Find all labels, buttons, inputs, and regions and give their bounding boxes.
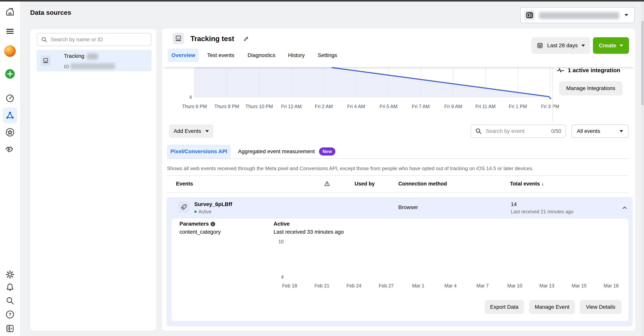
business-avatar[interactable] xyxy=(4,45,16,57)
item-name-redacted xyxy=(87,54,98,60)
x-tick: Thurs 10 PM xyxy=(243,104,276,109)
svg-text:?: ? xyxy=(9,312,11,317)
data-source-list-item[interactable]: Tracking ID xyxy=(36,50,152,72)
add-events-button[interactable]: Add Events xyxy=(169,124,214,138)
x-tick: Mar 13 xyxy=(530,283,563,288)
create-plus-icon[interactable] xyxy=(5,69,15,79)
scrollbar-track[interactable] xyxy=(641,2,644,336)
x-tick: Mar 7 xyxy=(466,283,499,288)
chevron-down-icon xyxy=(620,130,623,132)
x-tick: Feb 21 xyxy=(306,283,338,288)
item-id-redacted xyxy=(70,63,115,69)
help-icon[interactable]: ? xyxy=(5,310,15,319)
handshake-icon[interactable] xyxy=(5,144,15,154)
scrollbar-thumb[interactable] xyxy=(641,21,644,105)
x-tick: Mar 4 xyxy=(434,283,467,288)
manage-event-button[interactable]: Manage Event xyxy=(529,300,575,314)
create-button[interactable]: Create xyxy=(593,37,629,54)
x-tick: Thurs 6 PM xyxy=(178,104,211,109)
chevron-up-icon[interactable] xyxy=(621,204,628,212)
events-manager-screen: ? Data sources Tracking ID xyxy=(0,0,644,336)
inner-chart-ytick-top: 10 xyxy=(270,239,284,244)
search-icon xyxy=(475,128,482,134)
date-range-label: Last 28 days xyxy=(547,42,578,48)
detail-last-received: Last received 33 minutes ago xyxy=(274,229,344,235)
event-status: Active xyxy=(198,209,212,214)
col-used-by[interactable]: Used by xyxy=(354,181,375,187)
integrations-heading-wrap: 1 active integration xyxy=(557,67,634,76)
tab-history[interactable]: History xyxy=(288,48,305,62)
tab-test-events[interactable]: Test events xyxy=(207,48,235,62)
chevron-down-icon xyxy=(582,44,585,47)
create-label: Create xyxy=(599,42,616,49)
new-badge: New xyxy=(319,148,335,156)
tab-pixel-conversions-api[interactable]: Pixel/Conversions API xyxy=(167,144,231,158)
status-dot xyxy=(194,210,197,213)
export-data-button[interactable]: Export Data xyxy=(485,300,524,314)
tab-diagnostics[interactable]: Diagnostics xyxy=(248,48,276,62)
chevron-down-icon xyxy=(206,130,209,132)
chevron-down-icon xyxy=(624,14,628,16)
event-name: Survey_6pLBff xyxy=(194,201,232,207)
pixel-laptop-icon xyxy=(173,33,184,44)
x-tick: Fri 12 AM xyxy=(275,104,308,109)
view-details-button[interactable]: View Details xyxy=(580,300,622,314)
chevron-down-icon xyxy=(620,44,623,47)
event-detail-panel: Parameters content_category Active Last … xyxy=(172,218,628,321)
bell-icon[interactable] xyxy=(5,282,15,292)
star-badge-icon[interactable] xyxy=(5,128,15,137)
date-range-button[interactable]: Last 28 days xyxy=(531,37,590,54)
home-icon[interactable] xyxy=(5,6,15,17)
overview-chart-ytick: 4 xyxy=(178,94,192,100)
last-received: Last received 21 minutes ago xyxy=(511,209,574,214)
table-row[interactable]: Survey_6pLBff Active Browser 14 Last rec… xyxy=(166,197,633,218)
col-events[interactable]: Events xyxy=(176,181,193,187)
inner-chart-ytick-bottom: 4 xyxy=(270,274,284,280)
x-tick: Feb 24 xyxy=(338,283,370,288)
account-selector[interactable] xyxy=(520,7,635,23)
x-tick: Fri 1 PM xyxy=(502,104,534,109)
global-sidebar: ? xyxy=(0,2,21,336)
table-header-underline xyxy=(167,192,628,193)
info-icon[interactable] xyxy=(210,221,216,227)
search-input[interactable] xyxy=(37,33,151,46)
col-total-events[interactable]: Total events ↓ xyxy=(510,181,544,187)
tab-settings[interactable]: Settings xyxy=(317,48,338,62)
main-header: Tracking test Overview Test events Diagn… xyxy=(162,28,635,67)
item-name: Tracking xyxy=(64,53,84,59)
detail-status-label: Active xyxy=(274,221,290,227)
total-events-value: 14 xyxy=(511,201,517,207)
event-search-input[interactable]: 0/50 xyxy=(471,124,566,138)
parameter-value: content_category xyxy=(180,229,221,235)
account-name-redacted xyxy=(539,12,619,19)
search-icon[interactable] xyxy=(5,296,15,306)
events-manager-icon[interactable] xyxy=(3,108,17,123)
warning-triangle-icon[interactable] xyxy=(324,180,330,187)
search-by-name-field[interactable] xyxy=(50,36,147,43)
col-connection-method[interactable]: Connection method xyxy=(398,181,447,187)
gauge-icon[interactable] xyxy=(5,93,15,103)
x-tick: Mar 1 xyxy=(402,283,434,288)
x-tick: Feb 18 xyxy=(273,283,306,288)
waveform-icon xyxy=(557,67,564,74)
edit-pencil-icon[interactable] xyxy=(242,35,250,42)
collapse-panel-icon[interactable] xyxy=(5,324,15,333)
manage-integrations-button[interactable]: Manage Integrations xyxy=(559,81,622,96)
event-filter-dropdown[interactable]: All events xyxy=(572,124,628,138)
item-id-label: ID xyxy=(64,64,69,70)
menu-icon[interactable] xyxy=(5,26,15,36)
tab-aggregated-event-measurement[interactable]: Aggregated event measurement New xyxy=(238,144,335,158)
window-top-strip xyxy=(0,0,644,2)
tab-overview[interactable]: Overview xyxy=(168,48,199,62)
business-portfolio-icon xyxy=(524,10,535,20)
data-sources-panel: Tracking ID xyxy=(30,29,156,331)
integrations-divider xyxy=(552,67,553,121)
parameters-label: Parameters xyxy=(180,221,209,227)
table-top-border xyxy=(167,175,628,176)
event-filter-label: All events xyxy=(577,128,600,134)
search-icon xyxy=(41,36,47,42)
calendar-icon xyxy=(536,42,544,49)
search-by-event-field[interactable] xyxy=(485,128,548,134)
gear-icon[interactable] xyxy=(5,270,15,279)
active-integration-label: 1 active integration xyxy=(568,67,620,74)
